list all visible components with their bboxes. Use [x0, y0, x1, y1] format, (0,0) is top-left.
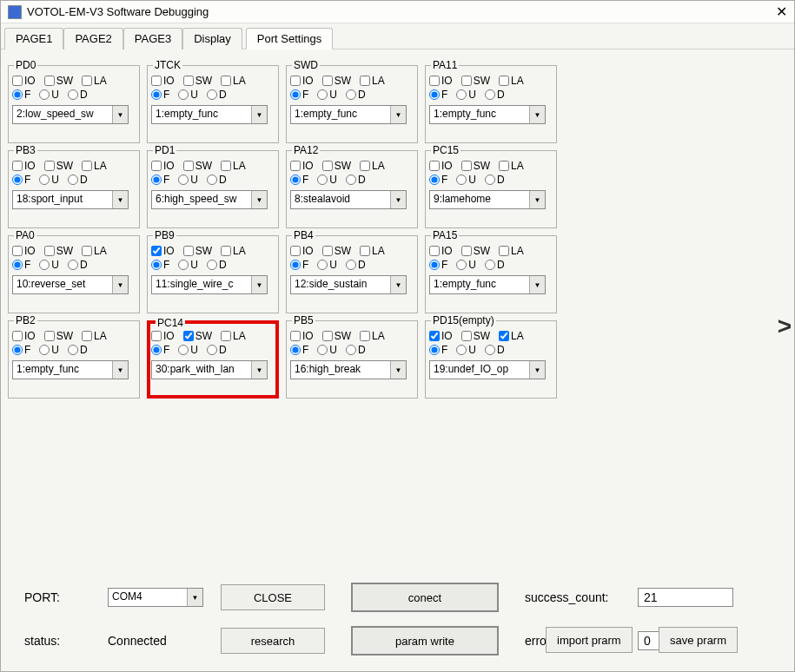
sw-checkbox[interactable]: SW: [322, 75, 351, 87]
d-radio[interactable]: D: [207, 259, 227, 271]
port-func-select[interactable]: 1:empty_func▼: [12, 360, 129, 379]
io-checkbox[interactable]: IO: [429, 75, 453, 87]
io-checkbox[interactable]: IO: [429, 245, 453, 257]
f-radio[interactable]: F: [151, 89, 169, 101]
d-radio[interactable]: D: [346, 344, 366, 356]
io-checkbox[interactable]: IO: [429, 160, 453, 172]
f-radio[interactable]: F: [12, 89, 30, 101]
io-checkbox[interactable]: IO: [12, 245, 36, 257]
la-checkbox[interactable]: LA: [499, 75, 524, 87]
f-radio[interactable]: F: [429, 259, 447, 271]
u-radio[interactable]: U: [456, 344, 476, 356]
la-checkbox[interactable]: LA: [82, 75, 107, 87]
port-func-select[interactable]: 16:high_break▼: [290, 360, 407, 379]
f-radio[interactable]: F: [151, 174, 169, 186]
import-prarm-button[interactable]: import prarm: [546, 627, 633, 653]
d-radio[interactable]: D: [485, 89, 505, 101]
sw-checkbox[interactable]: SW: [461, 330, 490, 342]
port-func-select[interactable]: 9:lamehome▼: [429, 190, 546, 209]
u-radio[interactable]: U: [317, 89, 337, 101]
io-checkbox[interactable]: IO: [12, 330, 36, 342]
io-checkbox[interactable]: IO: [151, 160, 175, 172]
io-checkbox[interactable]: IO: [290, 75, 314, 87]
sw-checkbox[interactable]: SW: [461, 160, 490, 172]
d-radio[interactable]: D: [485, 344, 505, 356]
u-radio[interactable]: U: [317, 174, 337, 186]
conect-button[interactable]: conect: [351, 583, 499, 612]
f-radio[interactable]: F: [12, 174, 30, 186]
u-radio[interactable]: U: [178, 89, 198, 101]
u-radio[interactable]: U: [456, 174, 476, 186]
la-checkbox[interactable]: LA: [499, 330, 524, 342]
sw-checkbox[interactable]: SW: [322, 160, 351, 172]
param-write-button[interactable]: param write: [351, 626, 499, 656]
f-radio[interactable]: F: [290, 89, 308, 101]
close-icon[interactable]: ✕: [761, 1, 787, 23]
d-radio[interactable]: D: [485, 259, 505, 271]
research-button[interactable]: research: [221, 628, 325, 654]
d-radio[interactable]: D: [207, 344, 227, 356]
la-checkbox[interactable]: LA: [360, 75, 385, 87]
sw-checkbox[interactable]: SW: [44, 75, 73, 87]
f-radio[interactable]: F: [151, 259, 169, 271]
sw-checkbox[interactable]: SW: [461, 245, 490, 257]
sw-checkbox[interactable]: SW: [183, 75, 212, 87]
port-func-select[interactable]: 19:undef_IO_op▼: [429, 360, 546, 379]
la-checkbox[interactable]: LA: [499, 245, 524, 257]
d-radio[interactable]: D: [68, 174, 88, 186]
tab-port-settings[interactable]: Port Settings: [246, 28, 333, 49]
la-checkbox[interactable]: LA: [499, 160, 524, 172]
d-radio[interactable]: D: [346, 259, 366, 271]
u-radio[interactable]: U: [456, 259, 476, 271]
d-radio[interactable]: D: [68, 89, 88, 101]
sw-checkbox[interactable]: SW: [183, 245, 212, 257]
sw-checkbox[interactable]: SW: [183, 160, 212, 172]
la-checkbox[interactable]: LA: [82, 330, 107, 342]
io-checkbox[interactable]: IO: [429, 330, 453, 342]
save-prarm-button[interactable]: save prarm: [659, 627, 738, 653]
f-radio[interactable]: F: [12, 344, 30, 356]
f-radio[interactable]: F: [429, 89, 447, 101]
u-radio[interactable]: U: [39, 344, 59, 356]
tab-page2[interactable]: PAGE2: [63, 28, 123, 49]
io-checkbox[interactable]: IO: [151, 75, 175, 87]
d-radio[interactable]: D: [346, 89, 366, 101]
io-checkbox[interactable]: IO: [151, 330, 175, 342]
f-radio[interactable]: F: [151, 344, 169, 356]
port-func-select[interactable]: 2:low_speed_sw▼: [12, 105, 129, 124]
io-checkbox[interactable]: IO: [151, 245, 175, 257]
port-func-select[interactable]: 10:reverse_set▼: [12, 275, 129, 294]
d-radio[interactable]: D: [68, 344, 88, 356]
port-func-select[interactable]: 18:sport_input▼: [12, 190, 129, 209]
la-checkbox[interactable]: LA: [82, 160, 107, 172]
u-radio[interactable]: U: [317, 344, 337, 356]
port-func-select[interactable]: 1:empty_func▼: [151, 105, 268, 124]
la-checkbox[interactable]: LA: [360, 330, 385, 342]
u-radio[interactable]: U: [39, 174, 59, 186]
d-radio[interactable]: D: [346, 174, 366, 186]
la-checkbox[interactable]: LA: [221, 330, 246, 342]
f-radio[interactable]: F: [429, 344, 447, 356]
f-radio[interactable]: F: [290, 259, 308, 271]
io-checkbox[interactable]: IO: [290, 160, 314, 172]
u-radio[interactable]: U: [39, 89, 59, 101]
port-func-select[interactable]: 11:single_wire_c▼: [151, 275, 268, 294]
u-radio[interactable]: U: [456, 89, 476, 101]
port-func-select[interactable]: 1:empty_func▼: [429, 275, 546, 294]
io-checkbox[interactable]: IO: [290, 245, 314, 257]
sw-checkbox[interactable]: SW: [44, 330, 73, 342]
io-checkbox[interactable]: IO: [290, 330, 314, 342]
u-radio[interactable]: U: [317, 259, 337, 271]
la-checkbox[interactable]: LA: [360, 160, 385, 172]
u-radio[interactable]: U: [178, 174, 198, 186]
f-radio[interactable]: F: [429, 174, 447, 186]
port-func-select[interactable]: 6:high_speed_sw▼: [151, 190, 268, 209]
f-radio[interactable]: F: [290, 174, 308, 186]
u-radio[interactable]: U: [39, 259, 59, 271]
sw-checkbox[interactable]: SW: [183, 330, 212, 342]
port-func-select[interactable]: 12:side_sustain▼: [290, 275, 407, 294]
u-radio[interactable]: U: [178, 344, 198, 356]
f-radio[interactable]: F: [12, 259, 30, 271]
la-checkbox[interactable]: LA: [221, 75, 246, 87]
tab-page1[interactable]: PAGE1: [4, 28, 63, 49]
